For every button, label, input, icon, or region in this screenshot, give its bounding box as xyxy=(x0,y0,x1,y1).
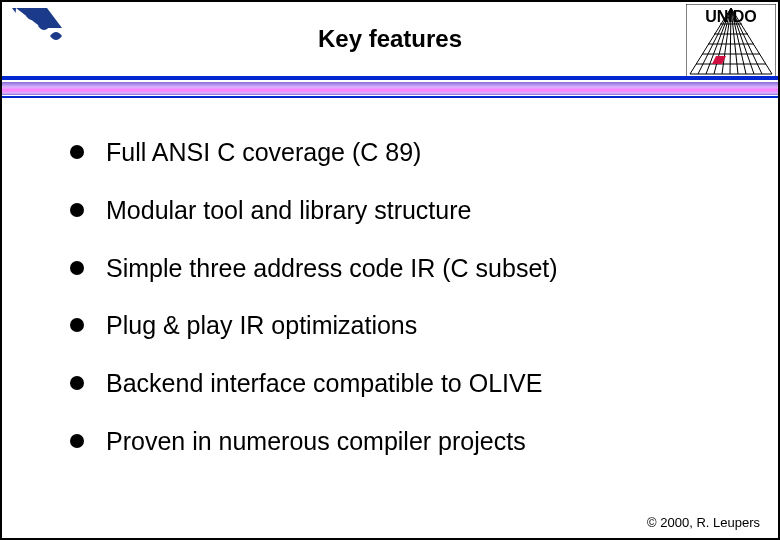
header: Key features UNIDO xyxy=(2,2,778,76)
list-item: Full ANSI C coverage (C 89) xyxy=(70,138,723,167)
list-item: Backend interface compatible to OLIVE xyxy=(70,369,723,398)
unido-logo-icon: UNIDO xyxy=(686,4,776,78)
content-area: Full ANSI C coverage (C 89) Modular tool… xyxy=(2,108,778,495)
unido-logo-text: UNIDO xyxy=(705,8,757,25)
list-item: Simple three address code IR (C subset) xyxy=(70,254,723,283)
copyright-footer: © 2000, R. Leupers xyxy=(647,515,760,530)
slide-title: Key features xyxy=(2,25,778,53)
bullet-list: Full ANSI C coverage (C 89) Modular tool… xyxy=(70,138,723,456)
list-item: Modular tool and library structure xyxy=(70,196,723,225)
flag-logo-icon xyxy=(12,8,86,62)
separator-bar xyxy=(2,76,778,98)
list-item: Plug & play IR optimizations xyxy=(70,311,723,340)
slide: Key features UNIDO xyxy=(0,0,780,540)
list-item: Proven in numerous compiler projects xyxy=(70,427,723,456)
